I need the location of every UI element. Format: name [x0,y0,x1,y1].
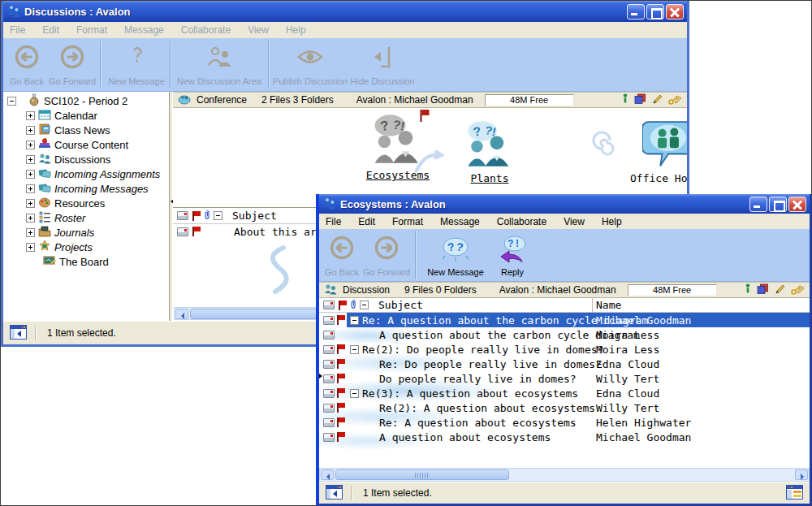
subject-column-header[interactable]: Subject [378,299,423,311]
collapse-box-icon[interactable] [350,389,359,398]
message-row[interactable]: Re: A question about the carbon cycle di… [319,313,810,327]
menu-message[interactable]: Message [124,24,164,36]
scroll-right-arrow[interactable] [795,469,808,480]
reply-button[interactable]: ?! Reply [493,235,532,277]
expand-box-icon[interactable] [26,243,35,252]
sidebar-item-roster[interactable]: Roster [3,210,169,225]
menu-help[interactable]: Help [602,216,622,227]
menu-collaborate[interactable]: Collaborate [497,216,546,227]
go-forward-button[interactable]: Go Forward [363,235,410,277]
message-row[interactable]: A question about ecosystems Michael Good… [319,430,810,444]
message-list-hscrollbar[interactable] [319,468,810,482]
scrollbar-thumb[interactable] [335,469,509,480]
window2-titlebar[interactable]: Ecosystems : Avalon [319,194,810,214]
presence-person-icon[interactable] [622,93,628,107]
maximize-button[interactable] [769,197,787,212]
scroll-left-arrow[interactable] [321,469,334,480]
menu-collaborate[interactable]: Collaborate [181,24,231,36]
item-plants[interactable]: ??! Plants [449,119,530,184]
sidebar-item-class-news[interactable]: Class News [3,123,169,137]
menu-file[interactable]: File [326,216,341,227]
close-button[interactable] [666,4,684,19]
layers-icon[interactable] [757,283,769,297]
view-grid-icon[interactable] [786,485,803,502]
publish-discussion-button[interactable]: Publish Discussion [272,44,348,86]
collapse-box-icon[interactable] [350,345,359,354]
presence-person-icon[interactable] [745,283,751,297]
close-button[interactable] [788,197,806,212]
collapse-all-icon[interactable] [360,301,369,309]
menu-view[interactable]: View [248,24,269,36]
pencil-icon[interactable] [652,93,663,107]
flag-icon [336,315,344,325]
tree-root-sci102[interactable]: SCI102 - Period 2 [3,93,169,108]
menu-edit[interactable]: Edit [358,216,375,227]
pencil-icon[interactable] [775,283,785,297]
incoming-books-icon [38,181,51,197]
expand-box-icon[interactable] [26,155,35,164]
tree-splitter[interactable] [169,92,172,321]
expand-box-icon[interactable] [26,170,35,179]
layers-icon[interactable] [634,93,646,107]
expand-box-icon[interactable] [26,184,35,193]
name-column-header[interactable]: Name [596,299,621,311]
menu-file[interactable]: File [10,24,25,36]
expand-box-icon[interactable] [26,199,35,208]
new-message-button[interactable]: ?? New Message [421,235,490,277]
message-row[interactable]: A question about the carbon cycle diagra… [319,327,810,342]
column-separator[interactable] [592,298,593,313]
sidebar-item-resources[interactable]: Resources [3,196,169,210]
flag-icon [336,359,344,369]
menu-format[interactable]: Format [76,24,107,36]
sidebar-item-incoming-assignments[interactable]: Incoming Assignments [3,167,169,181]
message-row[interactable]: Do people really live in domes? Willy Te… [319,371,810,386]
subject-column-header[interactable]: Subject [232,210,277,222]
collapse-all-icon[interactable] [214,211,222,220]
go-back-button[interactable]: Go Back [324,235,360,277]
sidebar-item-discussions[interactable]: Discussions [3,152,169,167]
menu-format[interactable]: Format [392,216,423,227]
item-ecosystems[interactable]: ??! Ecosystems [353,113,443,181]
maximize-button[interactable] [646,4,664,19]
key-pencil-icon[interactable] [668,93,682,107]
key-pencil-icon[interactable] [791,283,805,297]
go-back-button[interactable]: Go Back [8,44,45,86]
sidebar-item-the-board[interactable]: The Board [3,254,169,269]
sidebar-item-projects[interactable]: Projects [3,240,169,254]
menu-message[interactable]: Message [440,216,480,227]
item-office-hours[interactable]: Office Hours [624,118,687,184]
sidebar-item-course-content[interactable]: Course Content [3,137,169,152]
menu-help[interactable]: Help [286,24,306,36]
pane-toggle-icon[interactable] [10,325,27,342]
expand-box-icon[interactable] [26,228,35,237]
expand-box-icon[interactable] [26,214,35,223]
expand-box-icon[interactable] [26,126,35,135]
go-forward-button[interactable]: Go Forward [49,44,96,86]
message-row[interactable]: Re(2): Do people really live in domes? M… [319,342,810,357]
pane-toggle-icon[interactable] [326,485,343,502]
window1-titlebar[interactable]: Discussions : Avalon [3,1,687,22]
message-row[interactable]: Re: A question about ecosystems Helen Hi… [319,415,810,430]
new-discussion-area-button[interactable]: New Discussion Area [175,44,263,86]
minimize-button[interactable] [627,4,645,19]
message-row[interactable]: Re(3): A question about ecosystems Edna … [319,386,810,400]
minimize-button[interactable] [749,197,767,212]
collapse-box-icon[interactable] [7,97,16,106]
menu-edit[interactable]: Edit [42,24,59,36]
sidebar-item-calendar[interactable]: Calendar [3,108,169,123]
message-row[interactable]: Re(2): A question about ecosystems Willy… [319,400,810,415]
hide-discussion-button[interactable]: Hide Discussion [349,44,416,86]
message-list-header[interactable]: Subject Name [319,298,810,313]
scroll-left-arrow[interactable] [175,309,188,319]
new-message-button[interactable]: New Message [106,44,167,86]
collapse-box-icon[interactable] [350,316,359,325]
people-app-icon[interactable] [323,197,336,212]
sidebar-item-journals[interactable]: Journals [3,225,169,240]
expand-box-icon[interactable] [26,111,35,120]
menu-view[interactable]: View [564,216,585,227]
sidebar-item-incoming-messages[interactable]: Incoming Messages [3,181,169,196]
message-row[interactable]: Re: Do people really live in domes? Edna… [319,357,810,371]
expand-box-icon[interactable] [26,141,35,149]
message-column-icon [323,301,335,309]
people-app-icon[interactable] [7,4,20,19]
